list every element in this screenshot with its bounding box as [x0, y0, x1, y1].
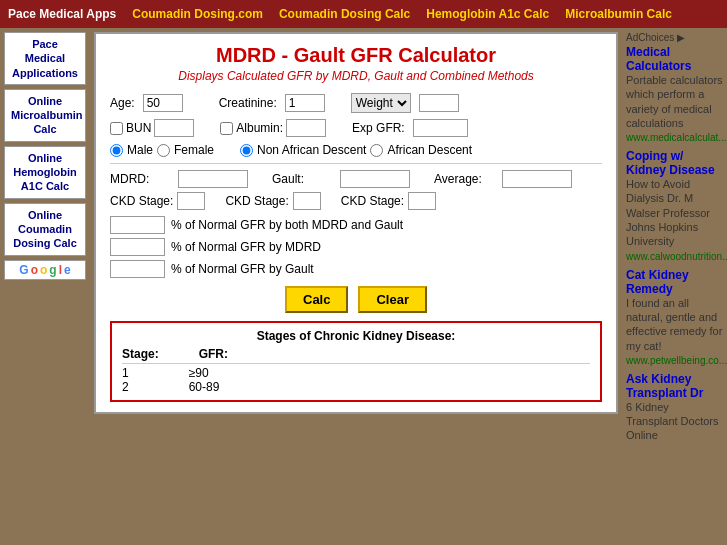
- ckd-stage-label-2: CKD Stage:: [225, 194, 288, 208]
- ad-kidney-disease-url: www.calwoodnutrition...: [626, 251, 723, 262]
- gfr-1: ≥90: [189, 366, 209, 380]
- left-sidebar: Pace Medical Applications Online Microal…: [0, 28, 90, 449]
- ad-cat-kidney-text: I found an all natural, gentle and effec…: [626, 296, 723, 353]
- sidebar-pace-medical[interactable]: Pace Medical Applications: [4, 32, 86, 85]
- male-label: Male: [127, 143, 153, 157]
- weight-unit-select[interactable]: Weight kg lbs: [351, 93, 411, 113]
- stage-row-1: 1 ≥90: [122, 366, 590, 380]
- main-layout: Pace Medical Applications Online Microal…: [0, 28, 727, 449]
- stages-header: Stage: GFR:: [122, 347, 590, 364]
- nav-hemoglobin[interactable]: Hemoglobin A1c Calc: [426, 7, 549, 21]
- calc-button[interactable]: Calc: [285, 286, 348, 313]
- ckd-stage-label-3: CKD Stage:: [341, 194, 404, 208]
- descent-group: Non African Descent African Descent: [240, 143, 472, 157]
- nav-coumadin-dosing-calc[interactable]: Coumadin Dosing Calc: [279, 7, 410, 21]
- bun-group: BUN: [110, 119, 194, 137]
- bun-input[interactable]: [154, 119, 194, 137]
- ad-cat-kidney-url: www.petwellbeing.co...: [626, 355, 723, 366]
- sidebar-microalbumin[interactable]: Online Microalbumin Calc: [4, 89, 86, 142]
- african-label: African Descent: [387, 143, 472, 157]
- nav-coumadin-dosing-com[interactable]: Coumadin Dosing.com: [132, 7, 263, 21]
- bun-label: BUN: [126, 121, 151, 135]
- ad-kidney-disease-text: How to Avoid Dialysis Dr. M Walser Profe…: [626, 177, 723, 248]
- gault-label: Gault:: [272, 172, 332, 186]
- stage-1: 1: [122, 366, 129, 380]
- mdrd-result: [178, 170, 248, 188]
- non-african-label: Non African Descent: [257, 143, 366, 157]
- ckd-stage-mdrd: [177, 192, 205, 210]
- ckd-average-group: CKD Stage:: [341, 192, 436, 210]
- radio-male[interactable]: [110, 144, 123, 157]
- pct-both-label: % of Normal GFR by both MDRD and Gault: [171, 218, 403, 232]
- stage-row-2: 2 60-89: [122, 380, 590, 394]
- ad-cat-kidney-title[interactable]: Cat Kidney Remedy: [626, 268, 723, 296]
- albumin-group: Albumin:: [220, 119, 326, 137]
- gfr-col-header: GFR:: [199, 347, 228, 361]
- right-sidebar: AdChoices ▶ Medical Calculators Portable…: [622, 28, 727, 449]
- top-navigation: Pace Medical Apps Coumadin Dosing.com Co…: [0, 0, 727, 28]
- row-bun-albumin-expgfr: BUN Albumin: Exp GFR:: [110, 119, 602, 137]
- ad-medical-calculators-url: www.medicalcalculat...: [626, 132, 723, 143]
- ckd-row: CKD Stage: CKD Stage: CKD Stage:: [110, 192, 602, 210]
- stage-2: 2: [122, 380, 129, 394]
- albumin-input[interactable]: [286, 119, 326, 137]
- ad-medical-calculators-text: Portable calculators which perform a var…: [626, 73, 723, 130]
- ad-transplant-text: 6 Kidney Transplant Doctors Online: [626, 400, 723, 443]
- exp-gfr-label: Exp GFR:: [352, 121, 405, 135]
- pct-both-input: [110, 216, 165, 234]
- google-button[interactable]: Google: [4, 260, 86, 280]
- albumin-checkbox[interactable]: [220, 122, 233, 135]
- female-label: Female: [174, 143, 214, 157]
- sidebar-coumadin[interactable]: Online Coumadin Dosing Calc: [4, 203, 86, 256]
- sex-group: Male Female: [110, 143, 214, 157]
- button-row: Calc Clear: [110, 286, 602, 313]
- bun-checkbox[interactable]: [110, 122, 123, 135]
- ad-transplant-title[interactable]: Ask Kidney Transplant Dr: [626, 372, 723, 400]
- sidebar-hemoglobin[interactable]: Online Hemoglobin A1C Calc: [4, 146, 86, 199]
- radio-female[interactable]: [157, 144, 170, 157]
- gault-result: [340, 170, 410, 188]
- ad-medical-calculators-title[interactable]: Medical Calculators: [626, 45, 723, 73]
- pct-mdrd-row: % of Normal GFR by MDRD: [110, 238, 602, 256]
- center-content: MDRD - Gault GFR Calculator Displays Cal…: [90, 28, 622, 449]
- ckd-gault-group: CKD Stage:: [225, 192, 320, 210]
- weight-input[interactable]: [419, 94, 459, 112]
- pct-gault-input: [110, 260, 165, 278]
- row-sex-descent: Male Female Non African Descent African …: [110, 143, 602, 157]
- creatinine-label: Creatinine:: [219, 96, 277, 110]
- stages-box: Stages of Chronic Kidney Disease: Stage:…: [110, 321, 602, 402]
- pct-mdrd-label: % of Normal GFR by MDRD: [171, 240, 321, 254]
- ad-kidney-disease-title[interactable]: Coping w/ Kidney Disease: [626, 149, 723, 177]
- average-label: Average:: [434, 172, 494, 186]
- pct-both-row: % of Normal GFR by both MDRD and Gault: [110, 216, 602, 234]
- pct-gault-label: % of Normal GFR by Gault: [171, 262, 314, 276]
- calc-subtitle: Displays Calculated GFR by MDRD, Gault a…: [110, 69, 602, 83]
- clear-button[interactable]: Clear: [358, 286, 427, 313]
- pct-gault-row: % of Normal GFR by Gault: [110, 260, 602, 278]
- row-age-creatinine-weight: Age: Creatinine: Weight kg lbs: [110, 93, 602, 113]
- ad-choices-header: AdChoices ▶: [626, 32, 723, 43]
- average-result: [502, 170, 572, 188]
- ckd-stage-average: [408, 192, 436, 210]
- radio-african[interactable]: [370, 144, 383, 157]
- calculator-box: MDRD - Gault GFR Calculator Displays Cal…: [94, 32, 618, 414]
- nav-pace-medical[interactable]: Pace Medical Apps: [8, 7, 116, 21]
- ckd-stage-label-1: CKD Stage:: [110, 194, 173, 208]
- stage-col-header: Stage:: [122, 347, 159, 361]
- pct-mdrd-input: [110, 238, 165, 256]
- exp-gfr-input[interactable]: [413, 119, 468, 137]
- creatinine-input[interactable]: [285, 94, 325, 112]
- age-input[interactable]: [143, 94, 183, 112]
- stages-title: Stages of Chronic Kidney Disease:: [122, 329, 590, 343]
- calc-title: MDRD - Gault GFR Calculator: [110, 44, 602, 67]
- ckd-stage-gault: [293, 192, 321, 210]
- results-row: MDRD: Gault: Average:: [110, 170, 602, 188]
- nav-microalbumin[interactable]: Microalbumin Calc: [565, 7, 672, 21]
- age-label: Age:: [110, 96, 135, 110]
- albumin-label: Albumin:: [236, 121, 283, 135]
- radio-non-african[interactable]: [240, 144, 253, 157]
- gfr-2: 60-89: [189, 380, 220, 394]
- ckd-mdrd-group: CKD Stage:: [110, 192, 205, 210]
- mdrd-label: MDRD:: [110, 172, 170, 186]
